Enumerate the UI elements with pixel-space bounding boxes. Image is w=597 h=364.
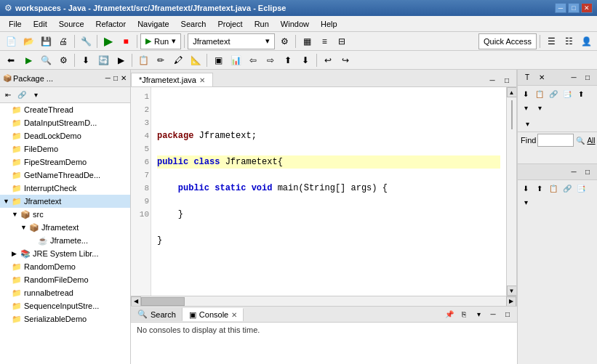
rt-btn5[interactable]: ⬆	[574, 87, 588, 100]
rt-btn4[interactable]: 📑	[561, 87, 574, 100]
pkg-menu[interactable]: ▾	[29, 89, 42, 102]
tool3[interactable]: ≡	[316, 33, 332, 49]
rh-max[interactable]: □	[581, 71, 594, 84]
rt-btn2[interactable]: 📋	[533, 87, 546, 100]
menu-refactor[interactable]: Refactor	[90, 16, 132, 31]
tree-item[interactable]: 📁RandomFileDemo	[0, 273, 130, 286]
t2-btn1[interactable]: ⬅	[3, 52, 19, 68]
editor-tab-jframetext[interactable]: *Jframetext.java ✕	[131, 73, 213, 86]
tree-item[interactable]: 📁DataInputStreamD...	[0, 116, 130, 129]
rb-min[interactable]: ─	[567, 166, 580, 179]
h-scroll-thumb[interactable]	[141, 297, 185, 306]
t2-btn18[interactable]: ↩	[320, 52, 336, 68]
t2-btn17[interactable]: ⬇	[297, 52, 313, 68]
t2-btn2[interactable]: ▶	[20, 52, 36, 68]
tree-item[interactable]: 📁FileDemo	[0, 142, 130, 155]
close-button[interactable]: ✕	[581, 3, 593, 13]
console-copy[interactable]: ⎘	[457, 308, 470, 321]
menu-run[interactable]: Run	[249, 16, 275, 31]
rh-btn1[interactable]: T	[521, 71, 534, 84]
quick-access-input[interactable]: Quick Access	[478, 33, 537, 49]
find-all-label[interactable]: All	[587, 137, 595, 145]
tree-item[interactable]: 📁FipeStreamDemo	[0, 155, 130, 169]
tree-item[interactable]: ▶📚JRE System Libr...	[0, 247, 130, 260]
perspective-btn[interactable]: ☰	[543, 33, 559, 49]
tree-item[interactable]: 📁SequenceInputStre...	[0, 299, 130, 312]
scroll-right[interactable]: ▶	[506, 296, 516, 307]
pkg-minimize[interactable]: ─	[105, 73, 111, 83]
tree-item[interactable]: 📁GetNameThreadDe...	[0, 169, 130, 182]
pkg-link[interactable]: 🔗	[15, 89, 28, 102]
tab-close-icon[interactable]: ✕	[199, 76, 205, 84]
rb-btn4[interactable]: 🔗	[561, 182, 574, 195]
scroll-thumb[interactable]	[511, 100, 513, 129]
menu-navigate[interactable]: Navigate	[132, 16, 175, 31]
editor-scrollbar-vertical[interactable]: ▲ ▼	[506, 87, 516, 296]
tool4[interactable]: ⊟	[334, 33, 350, 49]
minimize-button[interactable]: ─	[555, 3, 566, 13]
scroll-track[interactable]	[511, 97, 513, 286]
menu-window[interactable]: Window	[275, 16, 315, 31]
scroll-up[interactable]: ▲	[507, 87, 517, 97]
run-btn-green[interactable]: ▶	[100, 33, 116, 49]
h-scroll-track[interactable]	[141, 297, 506, 306]
editor-scrollbar-horizontal[interactable]: ◀ ▶	[131, 296, 516, 306]
tool2[interactable]: ▦	[299, 33, 315, 49]
rh-btn2[interactable]: ✕	[535, 71, 548, 84]
console-tab[interactable]: ▣ Console ✕	[183, 308, 244, 321]
t2-btn19[interactable]: ↪	[337, 52, 353, 68]
t2-btn7[interactable]: ▶	[113, 52, 129, 68]
new-button[interactable]: 📄	[3, 33, 19, 49]
t2-btn9[interactable]: ✏	[153, 52, 169, 68]
rb-btn5[interactable]: 📑	[574, 182, 588, 195]
editor-min[interactable]: ─	[486, 73, 499, 86]
save-button[interactable]: 💾	[38, 33, 54, 49]
t2-btn6[interactable]: 🔄	[95, 52, 111, 68]
t2-btn11[interactable]: 📐	[188, 52, 204, 68]
tree-item[interactable]: ▼📦src	[0, 208, 130, 221]
t2-btn4[interactable]: ⚙	[55, 52, 71, 68]
menu-file[interactable]: File	[3, 16, 28, 31]
pkg-close[interactable]: ✕	[120, 73, 127, 83]
find-input[interactable]	[537, 134, 574, 147]
rb-btn1[interactable]: ⬇	[519, 182, 532, 195]
settings-icon[interactable]: ⚙	[276, 33, 292, 49]
scroll-left[interactable]: ◀	[131, 296, 141, 307]
tool1[interactable]: 🔧	[78, 33, 94, 49]
maximize-button[interactable]: □	[568, 3, 580, 13]
tree-item[interactable]: 📁CreateThread	[0, 103, 130, 116]
t2-btn12[interactable]: ▣	[210, 52, 226, 68]
rt-btn3[interactable]: 🔗	[547, 87, 560, 100]
rt-btn1[interactable]: ⬇	[519, 87, 532, 100]
rt-dropdown-arrow[interactable]: ▾	[533, 101, 546, 114]
menu-edit[interactable]: Edit	[28, 16, 53, 31]
menu-source[interactable]: Source	[53, 16, 90, 31]
rb-btn6[interactable]: ▾	[519, 195, 532, 209]
find-search-icon[interactable]: 🔍	[575, 134, 585, 147]
console-dropdown[interactable]: ▾	[472, 308, 485, 321]
scroll-down[interactable]: ▼	[507, 286, 517, 296]
t2-btn5[interactable]: ⬇	[78, 52, 94, 68]
editor-max[interactable]: □	[500, 73, 513, 86]
perspective-btn2[interactable]: ☷	[561, 33, 577, 49]
t2-btn15[interactable]: ⇨	[263, 52, 279, 68]
run-dropdown[interactable]: ▶ Run ▾	[140, 33, 181, 49]
tree-item[interactable]: 📁DeadLockDemo	[0, 129, 130, 142]
tree-item[interactable]: ☕Jframete...	[0, 234, 130, 247]
t2-btn13[interactable]: 📊	[228, 52, 244, 68]
t2-btn10[interactable]: 🖍	[170, 52, 186, 68]
menu-search[interactable]: Search	[175, 16, 212, 31]
open-button[interactable]: 📂	[20, 33, 36, 49]
jframe-dropdown[interactable]: Jframetext ▾	[188, 33, 275, 49]
stop-button[interactable]: ■	[118, 33, 134, 49]
pkg-collapse-all[interactable]: ⇤	[1, 89, 15, 102]
rh-min[interactable]: ─	[567, 71, 580, 84]
rt-btn6[interactable]: ▾	[519, 101, 532, 114]
rb-btn3[interactable]: 📋	[547, 182, 560, 195]
tree-item[interactable]: 📁InterruptCheck	[0, 182, 130, 195]
perspective-btn3[interactable]: 👤	[578, 33, 594, 49]
tree-item[interactable]: 📁RandomDemo	[0, 260, 130, 273]
rt-expand[interactable]: ▾	[521, 117, 534, 130]
console-min[interactable]: ─	[486, 308, 500, 321]
print-button[interactable]: 🖨	[55, 33, 71, 49]
